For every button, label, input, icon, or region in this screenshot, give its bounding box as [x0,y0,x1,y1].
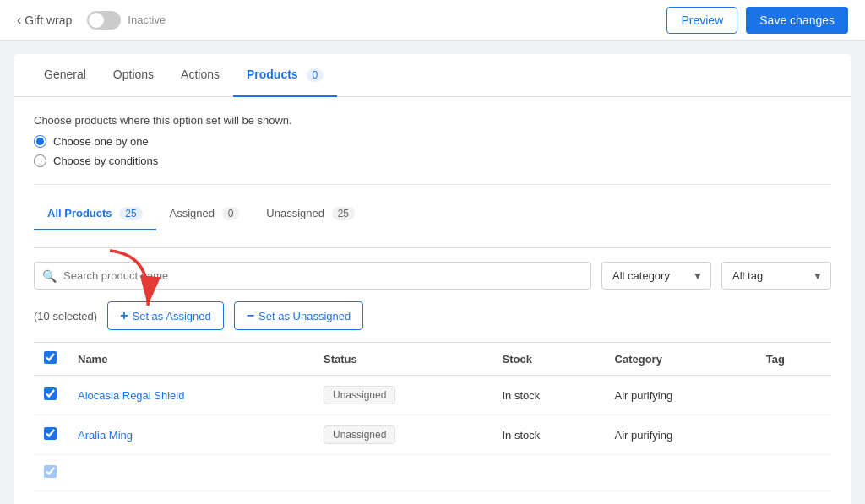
tab-actions[interactable]: Actions [167,54,233,97]
product-table: Name Status Stock Category Tag Alocasia … [34,342,831,491]
minus-icon: − [247,308,254,323]
tab-products[interactable]: Products 0 [233,54,337,97]
row-tag-cell [756,415,831,455]
radio-one-by-one[interactable]: Choose one by one [34,135,831,148]
back-link[interactable]: ‹ Gift wrap [17,13,72,28]
row-category-cell: Air purifying [605,376,756,415]
search-wrap: 🔍 [34,262,591,290]
radio-group: Choose one by one Choose by conditions [34,135,831,167]
category-filter-wrap: All category ▼ [601,262,711,290]
tab-options[interactable]: Options [100,54,167,97]
preview-button[interactable]: Preview [666,7,737,34]
save-changes-button[interactable]: Save changes [746,7,848,34]
category-select[interactable]: All category [601,262,711,290]
active-toggle[interactable] [87,11,121,30]
content-area: Choose products where this option set wi… [14,97,851,504]
row-checkbox-cell [34,455,68,491]
all-products-badge: 25 [119,207,142,220]
plus-icon: + [120,308,128,323]
radio-one-by-one-input[interactable] [34,135,46,148]
col-status: Status [313,343,492,376]
row-checkbox-cell [34,376,68,415]
row-status-cell [313,455,492,491]
radio-by-conditions[interactable]: Choose by conditions [34,154,831,167]
status-badge-1: Unassigned [324,386,395,404]
top-bar: ‹ Gift wrap Inactive Preview Save change… [0,0,865,41]
table-row: Aralia Ming Unassigned In stock Air puri… [34,415,831,455]
row-checkbox-3[interactable] [44,465,57,478]
row-name-cell: Alocasia Regal Shield [68,376,313,415]
toggle-knob [89,13,104,28]
unassigned-badge: 25 [332,207,355,220]
tab-general[interactable]: General [30,54,100,97]
table-row: Alocasia Regal Shield Unassigned In stoc… [34,376,831,415]
col-checkbox [34,343,68,376]
main-content: General Options Actions Products 0 Choos… [14,54,851,504]
top-bar-left: ‹ Gift wrap Inactive [17,11,166,30]
row-tag-cell [756,455,831,491]
tab-bar: General Options Actions Products 0 [14,54,851,97]
row-stock-cell: In stock [492,376,605,415]
table-header-row: Name Status Stock Category Tag [34,343,831,376]
row-stock-cell [492,455,605,491]
status-badge-2: Unassigned [324,425,395,444]
row-status-cell: Unassigned [313,376,492,415]
row-name-cell: Aralia Ming [68,415,313,455]
tag-select[interactable]: All tag [721,262,831,290]
filter-row: 🔍 All category ▼ All tag ▼ [34,262,831,290]
set-as-assigned-button[interactable]: + Set as Assigned [107,301,224,330]
radio-section: Choose products where this option set wi… [34,114,831,167]
section-divider [34,184,831,185]
page-title: Gift wrap [24,14,72,27]
col-stock: Stock [492,343,605,376]
toggle-wrap: Inactive [87,11,166,30]
search-icon: 🔍 [42,269,57,283]
product-link-2[interactable]: Aralia Ming [78,429,133,442]
action-bar: (10 selected) + Set as Assigned − Set as… [34,301,831,330]
selected-count: (10 selected) [34,310,97,322]
sub-tab-unassigned[interactable]: Unassigned 25 [253,198,368,230]
row-category-cell [605,455,756,491]
assigned-badge: 0 [222,207,240,220]
row-tag-cell [756,376,831,415]
tag-filter-wrap: All tag ▼ [721,262,831,290]
radio-description: Choose products where this option set wi… [34,114,831,127]
select-all-checkbox[interactable] [44,351,57,364]
tab-products-badge: 0 [307,68,324,82]
set-as-unassigned-button[interactable]: − Set as Unassigned [234,301,363,330]
row-category-cell: Air purifying [605,415,756,455]
toggle-status-label: Inactive [128,14,166,26]
sub-tab-assigned[interactable]: Assigned 0 [156,198,253,230]
table-row [34,455,831,491]
action-bar-wrap: (10 selected) + Set as Assigned − Set as… [34,301,831,330]
sub-tabs: All Products 25 Assigned 0 Unassigned 25 [34,198,831,230]
col-name: Name [68,343,313,376]
row-stock-cell: In stock [492,415,605,455]
product-link-1[interactable]: Alocasia Regal Shield [78,389,184,402]
search-input[interactable] [34,262,591,290]
sub-tab-container: All Products 25 Assigned 0 Unassigned 25 [34,198,831,248]
radio-by-conditions-input[interactable] [34,154,46,167]
row-checkbox-1[interactable] [44,387,57,400]
row-name-cell [68,455,313,491]
col-tag: Tag [756,343,831,376]
back-arrow-icon: ‹ [17,13,21,28]
col-category: Category [605,343,756,376]
row-checkbox-cell [34,415,68,455]
sub-tab-all-products[interactable]: All Products 25 [34,198,156,230]
top-bar-right: Preview Save changes [666,7,848,34]
row-checkbox-2[interactable] [44,427,57,440]
row-status-cell: Unassigned [313,415,492,455]
